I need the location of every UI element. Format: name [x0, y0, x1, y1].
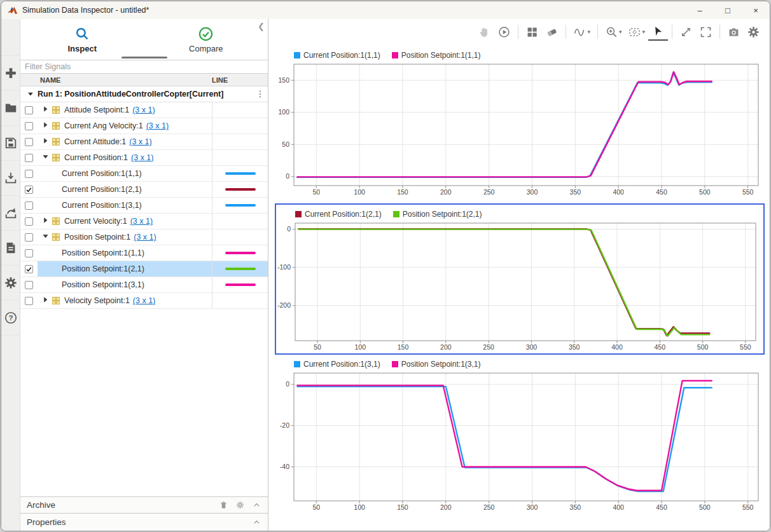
tab-compare[interactable]: Compare — [144, 19, 268, 60]
add-button[interactable] — [1, 56, 20, 91]
signal-row-main[interactable]: Position Setpoint:1(3,1) — [38, 277, 212, 292]
line-style-swatch[interactable] — [225, 283, 256, 286]
dropdown-caret-icon[interactable]: ▾ — [619, 29, 622, 35]
trash-icon[interactable] — [219, 500, 228, 510]
signal-dims-link[interactable]: (3 x 1) — [146, 121, 169, 130]
chart-3-block[interactable]: Current Position:1(3,1)Position Setpoint… — [275, 358, 765, 514]
signals-tool-button[interactable]: ▾ — [570, 23, 594, 41]
clear-tool-button[interactable] — [542, 23, 562, 41]
signal-row-main[interactable]: Current Attitude:1(3 x 1) — [38, 134, 212, 149]
signal-dims-link[interactable]: (3 x 1) — [134, 233, 156, 242]
chevron-right-icon[interactable] — [41, 296, 50, 306]
signal-checkbox[interactable] — [25, 281, 33, 289]
fullscreen-tool-button[interactable] — [696, 23, 716, 41]
signal-checkbox[interactable] — [25, 122, 33, 130]
signal-row-main[interactable]: Current Velocity:1(3 x 1) — [38, 214, 212, 229]
import-button[interactable] — [1, 161, 20, 196]
signal-group-row[interactable]: Velocity Setpoint:1(3 x 1) — [20, 293, 268, 309]
filter-signals-input[interactable] — [20, 60, 268, 74]
signal-dims-link[interactable]: (3 x 1) — [132, 106, 155, 114]
signal-group-row[interactable]: Current Position:1(3 x 1) — [20, 150, 268, 166]
maximize-button[interactable]: □ — [714, 1, 742, 19]
replay-tool-button[interactable] — [494, 23, 514, 41]
signal-checkbox[interactable] — [25, 154, 33, 162]
line-style-swatch[interactable] — [225, 188, 256, 191]
signal-row-main[interactable]: Current Ang Velocity:1(3 x 1) — [38, 118, 212, 133]
open-folder-button[interactable] — [1, 91, 20, 126]
archive-bar[interactable]: Archive — [20, 496, 268, 513]
help-button[interactable]: ? — [1, 301, 20, 336]
create-report-button[interactable] — [1, 231, 20, 266]
signal-group-row[interactable]: Current Attitude:1(3 x 1) — [20, 134, 268, 150]
tab-inspect[interactable]: Inspect — [20, 19, 144, 60]
settings-tool-button[interactable] — [744, 23, 763, 41]
signal-row-main[interactable]: Velocity Setpoint:1(3 x 1) — [38, 293, 212, 308]
signal-checkbox[interactable] — [25, 186, 33, 194]
signal-row[interactable]: Current Position:1(2,1) — [20, 182, 268, 198]
signal-checkbox[interactable] — [25, 233, 33, 242]
signal-row-main[interactable]: Position Setpoint:1(3 x 1) — [38, 229, 212, 245]
signal-checkbox[interactable] — [25, 106, 33, 114]
signal-checkbox[interactable] — [25, 217, 33, 226]
signal-dims-link[interactable]: (3 x 1) — [130, 217, 153, 226]
signal-row[interactable]: Current Position:1(3,1) — [20, 198, 268, 214]
signal-row-main[interactable]: Position Setpoint:1(2,1) — [38, 261, 212, 276]
preferences-button[interactable] — [1, 266, 20, 301]
chevron-right-icon[interactable] — [41, 105, 50, 115]
chevron-right-icon[interactable] — [41, 216, 50, 226]
chevron-right-icon[interactable] — [41, 121, 50, 131]
signal-checkbox[interactable] — [25, 138, 33, 146]
layout-tool-button[interactable] — [522, 23, 542, 41]
properties-bar[interactable]: Properties — [20, 513, 268, 531]
export-button[interactable] — [1, 196, 20, 231]
chart-2-block[interactable]: Current Position:1(2,1)Position Setpoint… — [276, 208, 762, 353]
snapshot-tool-button[interactable] — [724, 23, 744, 41]
signal-row-main[interactable]: Attitude Setpoint:1(3 x 1) — [38, 102, 212, 118]
line-style-swatch[interactable] — [225, 252, 256, 254]
minimize-button[interactable]: – — [686, 1, 714, 19]
signal-checkbox[interactable] — [25, 249, 33, 257]
line-style-swatch[interactable] — [225, 268, 256, 270]
signal-row-main[interactable]: Current Position:1(3 x 1) — [38, 150, 212, 165]
signal-checkbox[interactable] — [25, 265, 33, 273]
chevron-down-icon[interactable] — [41, 232, 50, 242]
signal-row[interactable]: Position Setpoint:1(2,1) — [20, 261, 268, 277]
signal-group-row[interactable]: Position Setpoint:1(3 x 1) — [20, 229, 268, 245]
signal-row[interactable]: Position Setpoint:1(1,1) — [20, 245, 268, 261]
chevron-right-icon[interactable] — [41, 137, 50, 147]
chart-2[interactable]: 501001502002503003504004505005500-100-20… — [276, 220, 762, 353]
dropdown-caret-icon[interactable]: ▾ — [587, 29, 590, 35]
line-style-swatch[interactable] — [225, 172, 256, 175]
signal-dims-link[interactable]: (3 x 1) — [129, 137, 151, 146]
signal-row-main[interactable]: Position Setpoint:1(1,1) — [38, 245, 212, 261]
signal-row-main[interactable]: Current Position:1(2,1) — [38, 182, 212, 197]
signal-group-row[interactable]: Current Ang Velocity:1(3 x 1) — [20, 118, 268, 134]
chart-1[interactable]: 5010015020025030035040045050055005010015… — [275, 61, 765, 198]
line-style-swatch[interactable] — [225, 204, 256, 207]
archive-settings-gear-icon[interactable] — [235, 500, 245, 510]
signal-dims-link[interactable]: (3 x 1) — [133, 296, 155, 305]
properties-collapse-chevron-icon[interactable] — [252, 517, 261, 527]
cursor-tool-button[interactable] — [648, 23, 668, 41]
signal-group-row[interactable]: Current Velocity:1(3 x 1) — [20, 214, 268, 229]
zoom-tool-button[interactable]: ▾ — [602, 23, 625, 41]
expand-tool-button[interactable] — [676, 23, 696, 41]
kebab-menu-icon[interactable] — [255, 89, 265, 99]
fit-tool-button[interactable]: ▾ — [625, 23, 648, 41]
signal-row[interactable]: Position Setpoint:1(3,1) — [20, 277, 268, 293]
signal-row[interactable]: Current Position:1(1,1) — [20, 166, 268, 182]
archive-collapse-chevron-icon[interactable] — [252, 500, 261, 510]
close-button[interactable]: × — [742, 1, 770, 19]
chart-1-block[interactable]: Current Position:1(1,1)Position Setpoint… — [275, 50, 765, 198]
signal-dims-link[interactable]: (3 x 1) — [131, 153, 153, 162]
save-button[interactable] — [1, 126, 20, 161]
chevron-down-icon[interactable] — [41, 153, 50, 163]
run-header-row[interactable]: Run 1: PositionAttitudeControllerCopter[… — [20, 86, 268, 102]
signal-group-row[interactable]: Attitude Setpoint:1(3 x 1) — [20, 102, 268, 118]
signal-checkbox[interactable] — [25, 297, 33, 305]
signal-checkbox[interactable] — [25, 201, 33, 210]
dropdown-caret-icon[interactable]: ▾ — [642, 29, 645, 35]
chart-3[interactable]: 501001502002503003504004505005500-20-40 — [275, 370, 765, 514]
signal-checkbox[interactable] — [25, 170, 33, 178]
signal-row-main[interactable]: Current Position:1(1,1) — [38, 166, 212, 181]
